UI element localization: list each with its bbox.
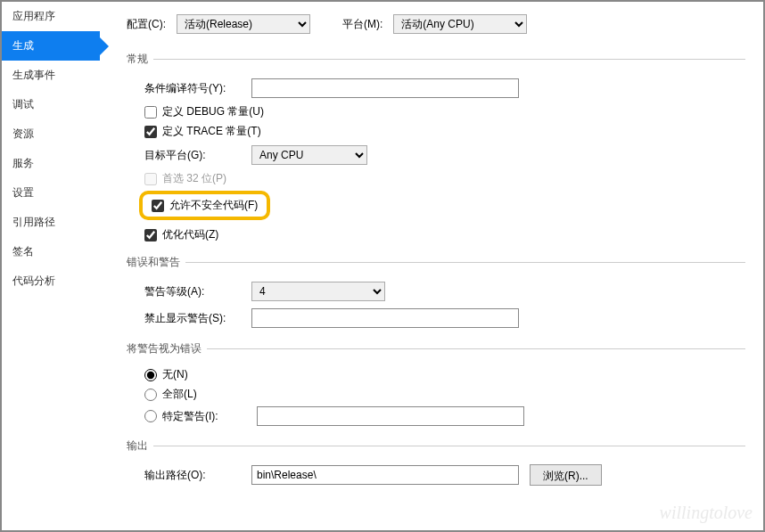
warning-level-select[interactable]: 4 (251, 282, 385, 301)
suppress-warnings-input[interactable] (251, 308, 519, 328)
treat-specific-input[interactable] (257, 406, 524, 426)
unsafe-code-label: 允许不安全代码(F) (169, 198, 258, 213)
treat-all-label: 全部(L) (162, 387, 197, 402)
section-output: 输出 (127, 438, 745, 454)
section-general: 常规 (127, 52, 745, 67)
output-path-label: 输出路径(O): (144, 468, 251, 483)
section-treat-warnings: 将警告视为错误 (127, 341, 745, 356)
sidebar-item-services[interactable]: 服务 (2, 149, 100, 178)
trace-const-checkbox[interactable] (144, 126, 157, 138)
platform-label: 平台(M): (342, 17, 382, 32)
suppress-warnings-label: 禁止显示警告(S): (144, 311, 251, 326)
config-select[interactable]: 活动(Release) (177, 14, 310, 34)
sidebar-item-settings[interactable]: 设置 (2, 178, 100, 208)
debug-const-checkbox[interactable] (144, 106, 157, 119)
sidebar-item-code-analysis[interactable]: 代码分析 (2, 266, 100, 296)
sidebar-item-build-events[interactable]: 生成事件 (2, 61, 100, 90)
treat-none-label: 无(N) (162, 367, 188, 382)
sidebar-item-signing[interactable]: 签名 (2, 237, 100, 266)
sidebar-item-application[interactable]: 应用程序 (2, 2, 100, 31)
config-label: 配置(C): (127, 17, 166, 32)
treat-none-radio[interactable] (144, 369, 157, 381)
target-platform-label: 目标平台(G): (144, 148, 251, 163)
warning-level-label: 警告等级(A): (144, 284, 251, 299)
prefer-32bit-label: 首选 32 位(P) (162, 171, 226, 186)
prefer-32bit-checkbox (144, 173, 157, 185)
section-errors: 错误和警告 (127, 255, 745, 270)
browse-button[interactable]: 浏览(R)... (530, 464, 602, 486)
debug-const-label: 定义 DEBUG 常量(U) (162, 104, 264, 119)
conditional-symbols-label: 条件编译符号(Y): (144, 81, 251, 96)
conditional-symbols-input[interactable] (251, 78, 519, 98)
target-platform-select[interactable]: Any CPU (251, 145, 367, 165)
sidebar-item-resources[interactable]: 资源 (2, 119, 100, 149)
trace-const-label: 定义 TRACE 常量(T) (162, 124, 261, 139)
unsafe-highlight: 允许不安全代码(F) (139, 191, 270, 220)
platform-select[interactable]: 活动(Any CPU) (393, 14, 527, 34)
sidebar-item-build[interactable]: 生成 (2, 31, 100, 61)
treat-specific-radio[interactable] (144, 410, 157, 422)
treat-all-radio[interactable] (144, 389, 157, 401)
main-panel: 配置(C): 活动(Release) 平台(M): 活动(Any CPU) 常规… (100, 2, 763, 530)
treat-specific-label: 特定警告(I): (162, 409, 251, 424)
optimize-label: 优化代码(Z) (162, 227, 218, 242)
unsafe-code-checkbox[interactable] (152, 200, 164, 212)
optimize-checkbox[interactable] (144, 229, 157, 241)
sidebar-item-debug[interactable]: 调试 (2, 90, 100, 119)
sidebar: 应用程序 生成 生成事件 调试 资源 服务 设置 引用路径 签名 代码分析 (2, 2, 100, 530)
output-path-input[interactable] (251, 465, 519, 485)
sidebar-item-reference-paths[interactable]: 引用路径 (2, 208, 100, 237)
